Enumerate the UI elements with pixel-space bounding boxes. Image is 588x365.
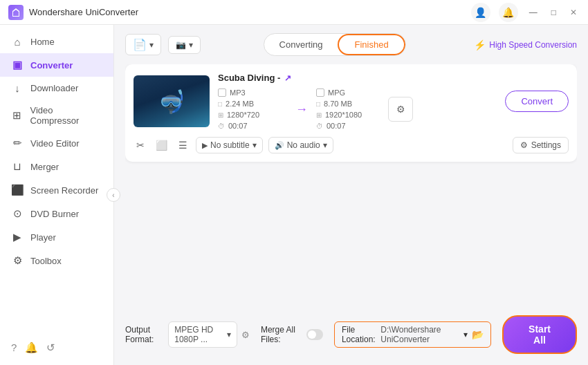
source-duration: ⏱ 00:07 xyxy=(218,122,287,130)
sidebar-item-video-compressor[interactable]: ⊞ Video Compressor xyxy=(0,100,113,131)
speed-label: High Speed Conversion xyxy=(489,40,577,50)
dvd-icon: ⊙ xyxy=(11,207,24,220)
target-file-icon: □ xyxy=(316,100,320,108)
topbar: 📄 ▾ 📷 ▾ Converting Finished ⚡ High Speed… xyxy=(125,33,577,56)
crop-icon[interactable]: ⬜ xyxy=(153,137,170,153)
tab-converting[interactable]: Converting xyxy=(264,34,338,55)
file-location-label: File Location: xyxy=(342,325,376,344)
notification-icon[interactable]: 🔔 xyxy=(25,341,38,354)
bolt-icon: ⚡ xyxy=(474,39,486,50)
format-chevron: ▾ xyxy=(227,330,231,339)
merge-files-container: Merge All Files: xyxy=(261,325,323,344)
refresh-icon[interactable]: ↺ xyxy=(46,341,55,354)
external-link-icon[interactable]: ↗ xyxy=(284,73,291,83)
sidebar-label-player: Player xyxy=(30,232,56,243)
media-card: 🤿 Scuba Diving - ↗ MP3 xyxy=(125,64,577,162)
sidebar-item-video-editor[interactable]: ✏ Video Editor xyxy=(0,131,113,155)
source-meta: MP3 □ 2.24 MB ⊞ 1280*720 xyxy=(218,88,287,130)
sidebar-item-screen-recorder[interactable]: ⬛ Screen Recorder xyxy=(0,178,113,202)
subtitle-select[interactable]: ▶ No subtitle ▾ xyxy=(196,137,263,153)
start-all-button[interactable]: Start All xyxy=(502,315,577,354)
tab-group: Converting Finished xyxy=(264,33,406,56)
target-resolution: ⊞ 1920*1080 xyxy=(316,111,385,119)
clock-icon: ⏱ xyxy=(218,122,225,130)
output-format-select[interactable]: MPEG HD 1080P ... ▾ xyxy=(168,321,237,348)
compressor-icon: ⊞ xyxy=(11,109,24,122)
gear-icon: ⚙ xyxy=(520,140,528,150)
settings-button[interactable]: ⚙ Settings xyxy=(513,137,569,153)
file-location-container: File Location: D:\Wondershare UniConvert… xyxy=(334,321,491,348)
target-size: □ 8.70 MB xyxy=(316,100,385,108)
sidebar-label-downloader: Downloader xyxy=(30,83,78,93)
output-format-container: Output Format: MPEG HD 1080P ... ▾ ⚙ xyxy=(125,321,250,348)
audio-icon: 🔊 xyxy=(275,141,284,150)
target-format: MPG xyxy=(316,88,385,97)
file-info: Scuba Diving - ↗ MP3 □ xyxy=(218,73,497,130)
sidebar-label-home: Home xyxy=(30,37,55,47)
source-size: □ 2.24 MB xyxy=(218,100,287,108)
sidebar-label-toolbox: Toolbox xyxy=(30,256,62,266)
res-icon: ⊞ xyxy=(218,111,223,119)
main-content: 📄 ▾ 📷 ▾ Converting Finished ⚡ High Speed… xyxy=(114,25,588,365)
sidebar-item-merger[interactable]: ⊔ Merger xyxy=(0,155,113,178)
more-icon[interactable]: ☰ xyxy=(176,137,190,153)
convert-button[interactable]: Convert xyxy=(505,91,569,112)
minimize-button[interactable]: — xyxy=(526,8,540,17)
sidebar-item-player[interactable]: ▶ Player xyxy=(0,225,113,249)
help-icon[interactable]: ? xyxy=(11,341,17,354)
user-icon[interactable]: 👤 xyxy=(471,3,490,22)
sidebar-item-home[interactable]: ⌂ Home xyxy=(0,30,113,53)
add-icon: 📄 xyxy=(133,38,147,51)
sidebar-item-dvd-burner[interactable]: ⊙ DVD Burner xyxy=(0,202,113,225)
merge-toggle[interactable] xyxy=(306,329,323,340)
audio-select[interactable]: 🔊 No audio ▾ xyxy=(268,137,333,153)
sidebar-label-compressor: Video Compressor xyxy=(30,105,102,126)
edit-settings-button[interactable]: ⚙ xyxy=(388,97,413,122)
target-res-icon: ⊞ xyxy=(316,111,322,119)
format-settings-icon[interactable]: ⚙ xyxy=(241,330,250,340)
subtitle-chevron: ▾ xyxy=(252,140,257,150)
file-icon: □ xyxy=(218,100,222,108)
subtitle-icon: ▶ xyxy=(202,141,208,150)
subtitle-label: No subtitle xyxy=(210,140,250,150)
sidebar-collapse-button[interactable]: ‹ xyxy=(107,188,120,202)
snapshot-arrow: ▾ xyxy=(189,40,193,50)
sidebar-label-merger: Merger xyxy=(30,162,59,172)
sidebar-item-converter[interactable]: ▣ Converter xyxy=(0,53,113,77)
format-value: MPEG HD 1080P ... xyxy=(174,325,224,344)
maximize-button[interactable]: □ xyxy=(549,8,559,17)
sidebar-label-editor: Video Editor xyxy=(30,138,80,149)
add-files-button[interactable]: 📄 ▾ xyxy=(125,34,161,55)
sidebar-label-recorder: Screen Recorder xyxy=(30,185,98,196)
bottom-bar: Output Format: MPEG HD 1080P ... ▾ ⚙ Mer… xyxy=(125,308,577,357)
audio-label: No audio xyxy=(287,140,320,150)
player-icon: ▶ xyxy=(11,231,24,243)
add-files-label: ▾ xyxy=(149,40,154,50)
app-logo xyxy=(8,5,24,20)
titlebar: Wondershare UniConverter 👤 🔔 — □ ✕ xyxy=(0,0,588,25)
cut-icon[interactable]: ✂ xyxy=(134,137,147,153)
snapshot-button[interactable]: 📷 ▾ xyxy=(168,36,201,54)
open-folder-icon[interactable]: 📂 xyxy=(472,329,484,340)
bell-icon[interactable]: 🔔 xyxy=(499,3,518,22)
high-speed-conversion-button[interactable]: ⚡ High Speed Conversion xyxy=(474,39,577,50)
tab-finished[interactable]: Finished xyxy=(338,34,405,55)
output-format-label: Output Format: xyxy=(125,325,164,344)
content-area: 🤿 Scuba Diving - ↗ MP3 xyxy=(125,64,577,308)
sidebar-item-toolbox[interactable]: ⚙ Toolbox xyxy=(0,249,113,272)
thumbnail-image: 🤿 xyxy=(158,88,185,115)
target-meta: MPG □ 8.70 MB ⊞ 1920*1080 xyxy=(316,88,385,130)
close-button[interactable]: ✕ xyxy=(567,8,580,17)
file-title: Scuba Diving - ↗ xyxy=(218,73,497,83)
target-clock-icon: ⏱ xyxy=(316,122,323,130)
sidebar-item-downloader[interactable]: ↓ Downloader xyxy=(0,77,113,100)
media-card-main-row: 🤿 Scuba Diving - ↗ MP3 xyxy=(134,73,569,130)
sidebar-label-dvd: DVD Burner xyxy=(30,209,79,219)
format-checkbox xyxy=(218,88,226,97)
editor-icon: ✏ xyxy=(11,137,24,149)
merger-icon: ⊔ xyxy=(11,160,24,173)
sidebar-bottom: ? 🔔 ↺ xyxy=(0,336,113,359)
toolbox-icon: ⚙ xyxy=(11,254,24,267)
app-body: ⌂ Home ▣ Converter ↓ Downloader ⊞ Video … xyxy=(0,25,588,365)
app-title: Wondershare UniConverter xyxy=(29,7,471,17)
